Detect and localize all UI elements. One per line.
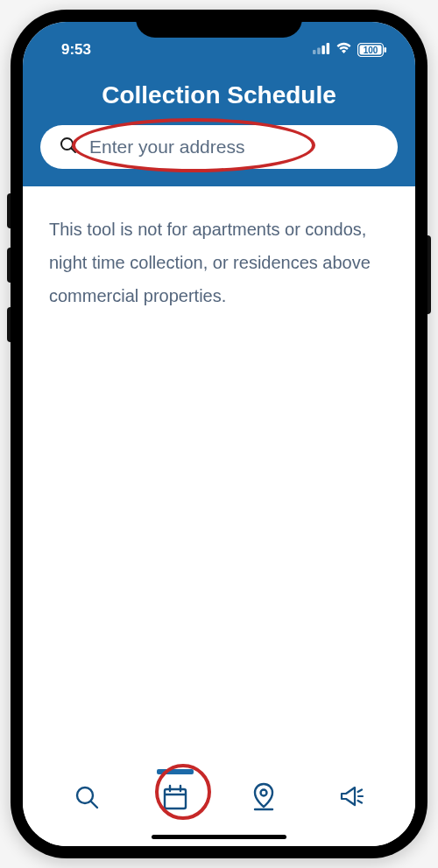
cellular-icon xyxy=(313,41,330,59)
notch xyxy=(136,10,302,38)
search-bar[interactable] xyxy=(40,125,398,169)
status-time: 9:53 xyxy=(61,41,91,59)
nav-search[interactable] xyxy=(62,774,111,823)
nav-announcements[interactable] xyxy=(328,774,377,823)
megaphone-icon xyxy=(338,784,366,814)
phone-frame: 9:53 xyxy=(11,10,427,858)
address-input[interactable] xyxy=(89,136,380,158)
svg-text:100: 100 xyxy=(364,46,378,55)
battery-icon: 100 xyxy=(357,43,387,57)
location-pin-icon xyxy=(251,782,277,816)
wifi-icon xyxy=(336,41,352,59)
svg-rect-6 xyxy=(385,47,387,52)
header: 9:53 xyxy=(23,22,415,186)
search-wrap xyxy=(40,125,398,169)
search-icon xyxy=(74,784,100,814)
svg-line-19 xyxy=(357,790,362,793)
svg-rect-1 xyxy=(317,48,321,55)
svg-rect-3 xyxy=(327,43,330,54)
nav-calendar[interactable] xyxy=(151,774,200,823)
svg-rect-0 xyxy=(313,50,316,54)
calendar-icon xyxy=(161,783,189,815)
svg-line-11 xyxy=(91,802,97,808)
svg-rect-12 xyxy=(165,789,186,808)
disclaimer-text: This tool is not for apartments or condo… xyxy=(49,213,389,312)
page-title: Collection Schedule xyxy=(23,81,415,109)
home-indicator[interactable] xyxy=(152,835,286,839)
content-area: This tool is not for apartments or condo… xyxy=(23,186,415,766)
nav-location[interactable] xyxy=(239,774,288,823)
svg-line-20 xyxy=(357,801,362,803)
svg-rect-2 xyxy=(321,46,325,54)
status-icons: 100 xyxy=(313,41,387,59)
search-icon xyxy=(60,136,77,158)
screen: 9:53 xyxy=(23,22,415,846)
bottom-nav xyxy=(23,766,415,846)
svg-line-9 xyxy=(72,149,76,153)
svg-point-16 xyxy=(260,790,266,796)
